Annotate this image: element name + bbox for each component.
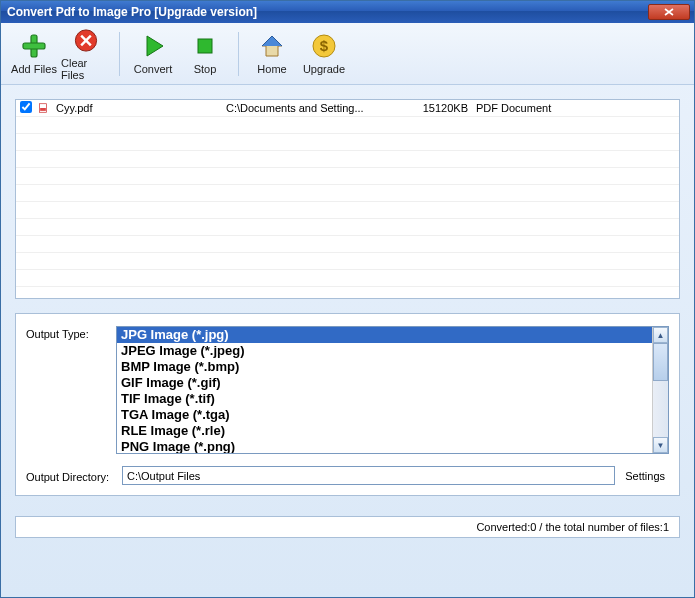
table-row xyxy=(16,134,679,151)
output-type-item[interactable]: BMP Image (*.bmp) xyxy=(117,359,652,375)
table-row[interactable]: Cyy.pdfC:\Documents and Setting...15120K… xyxy=(16,100,679,117)
options-panel: Output Type: JPG Image (*.jpg)JPEG Image… xyxy=(15,313,680,496)
file-name: Cyy.pdf xyxy=(52,102,222,114)
toolbar-separator xyxy=(119,32,120,76)
close-icon xyxy=(664,8,674,16)
output-dir-row: Output Directory: Settings xyxy=(26,466,669,485)
status-bar: Converted:0 / the total number of files:… xyxy=(15,516,680,538)
output-type-item[interactable]: JPG Image (*.jpg) xyxy=(117,327,652,343)
stop-button[interactable]: Stop xyxy=(180,27,230,81)
home-label: Home xyxy=(257,63,286,75)
output-type-listbox[interactable]: JPG Image (*.jpg)JPEG Image (*.jpeg)BMP … xyxy=(116,326,669,454)
clear-files-label: Clear Files xyxy=(61,57,111,81)
table-row xyxy=(16,287,679,299)
file-path: C:\Documents and Setting... xyxy=(222,102,402,114)
dollar-icon: $ xyxy=(310,32,338,60)
upgrade-label: Upgrade xyxy=(303,63,345,75)
pdf-icon xyxy=(34,101,52,115)
plus-icon xyxy=(20,32,48,60)
add-files-label: Add Files xyxy=(11,63,57,75)
output-dir-input[interactable] xyxy=(122,466,615,485)
output-type-row: Output Type: JPG Image (*.jpg)JPEG Image… xyxy=(26,326,669,454)
table-row xyxy=(16,202,679,219)
file-list[interactable]: Cyy.pdfC:\Documents and Setting...15120K… xyxy=(15,99,680,299)
file-size: 15120KB xyxy=(402,102,472,114)
table-row xyxy=(16,236,679,253)
scroll-up-button[interactable]: ▲ xyxy=(653,327,668,343)
add-files-button[interactable]: Add Files xyxy=(9,27,59,81)
upgrade-button[interactable]: $ Upgrade xyxy=(299,27,349,81)
convert-label: Convert xyxy=(134,63,173,75)
table-row xyxy=(16,185,679,202)
output-type-item[interactable]: GIF Image (*.gif) xyxy=(117,375,652,391)
toolbar-separator xyxy=(238,32,239,76)
output-type-item[interactable]: JPEG Image (*.jpeg) xyxy=(117,343,652,359)
table-row xyxy=(16,117,679,134)
status-text: Converted:0 / the total number of files:… xyxy=(476,521,669,533)
stop-label: Stop xyxy=(194,63,217,75)
svg-rect-3 xyxy=(198,39,212,53)
row-checkbox[interactable] xyxy=(20,101,32,113)
scroll-down-button[interactable]: ▼ xyxy=(653,437,668,453)
home-button[interactable]: Home xyxy=(247,27,297,81)
toolbar: Add Files Clear Files Convert Stop Home … xyxy=(1,23,694,85)
titlebar: Convert Pdf to Image Pro [Upgrade versio… xyxy=(1,1,694,23)
svg-rect-7 xyxy=(40,108,46,111)
scrollbar[interactable]: ▲ ▼ xyxy=(652,327,668,453)
output-type-label: Output Type: xyxy=(26,326,116,340)
file-type: PDF Document xyxy=(472,102,679,114)
svg-text:$: $ xyxy=(320,37,329,54)
output-type-item[interactable]: TIF Image (*.tif) xyxy=(117,391,652,407)
app-window: Convert Pdf to Image Pro [Upgrade versio… xyxy=(0,0,695,598)
output-type-item[interactable]: TGA Image (*.tga) xyxy=(117,407,652,423)
table-row xyxy=(16,151,679,168)
svg-rect-1 xyxy=(23,43,45,49)
home-icon xyxy=(258,32,286,60)
clear-files-button[interactable]: Clear Files xyxy=(61,27,111,81)
play-icon xyxy=(139,32,167,60)
window-title: Convert Pdf to Image Pro [Upgrade versio… xyxy=(5,5,648,19)
table-row xyxy=(16,219,679,236)
convert-button[interactable]: Convert xyxy=(128,27,178,81)
output-type-item[interactable]: RLE Image (*.rle) xyxy=(117,423,652,439)
output-dir-label: Output Directory: xyxy=(26,469,116,483)
scroll-track[interactable] xyxy=(653,343,668,437)
output-type-item[interactable]: PNG Image (*.png) xyxy=(117,439,652,453)
output-type-items[interactable]: JPG Image (*.jpg)JPEG Image (*.jpeg)BMP … xyxy=(117,327,652,453)
close-button[interactable] xyxy=(648,4,690,20)
delete-icon xyxy=(72,27,100,54)
table-row xyxy=(16,270,679,287)
scroll-thumb[interactable] xyxy=(653,343,668,381)
stop-icon xyxy=(191,32,219,60)
settings-link[interactable]: Settings xyxy=(621,470,669,482)
content-area: Cyy.pdfC:\Documents and Setting...15120K… xyxy=(1,85,694,516)
table-row xyxy=(16,253,679,270)
table-row xyxy=(16,168,679,185)
